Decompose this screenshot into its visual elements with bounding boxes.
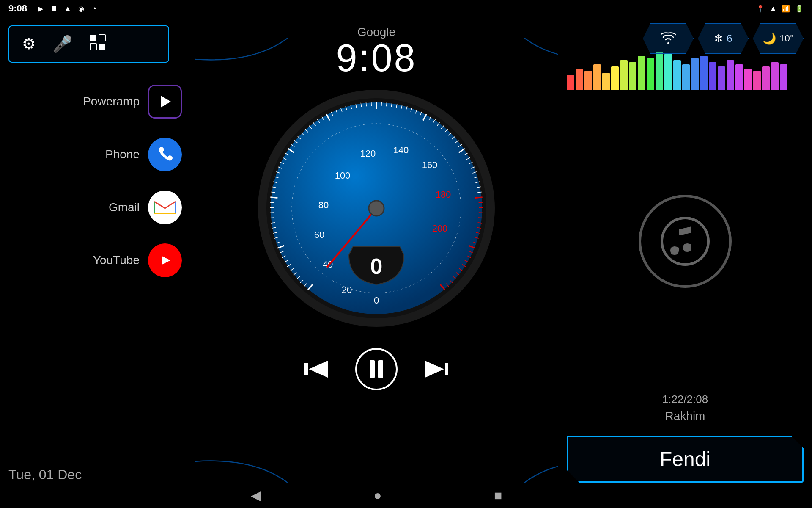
svg-point-132 xyxy=(667,42,669,44)
eq-bar xyxy=(602,73,610,90)
youtube-app-item[interactable]: YouTube xyxy=(8,234,186,287)
settings-icon[interactable]: ⚙ xyxy=(22,35,36,53)
play-icon: ▶ xyxy=(36,3,46,14)
svg-line-106 xyxy=(479,202,483,203)
temperature-value: 10° xyxy=(779,33,793,44)
main-clock: 9:08 xyxy=(336,39,417,77)
svg-line-77 xyxy=(387,102,387,106)
svg-point-133 xyxy=(662,218,708,265)
svg-line-109 xyxy=(478,218,483,218)
weather-badge[interactable]: 🌙 10° xyxy=(753,23,804,54)
svg-line-73 xyxy=(366,102,366,106)
gmail-app-item[interactable]: Gmail xyxy=(8,181,186,234)
eq-bar xyxy=(727,60,734,90)
svg-line-105 xyxy=(475,197,483,198)
previous-button[interactable] xyxy=(304,359,330,380)
eq-bar xyxy=(647,58,654,90)
svg-rect-1 xyxy=(99,35,105,41)
youtube-icon[interactable] xyxy=(148,243,182,277)
home-button[interactable]: ● xyxy=(373,488,381,503)
svg-text:20: 20 xyxy=(342,284,352,295)
eq-bar xyxy=(593,64,601,90)
eq-bar xyxy=(780,64,787,90)
eq-bar xyxy=(682,64,690,90)
eq-bar xyxy=(700,56,708,90)
song-title-box[interactable]: Fendi xyxy=(567,436,804,483)
wind-icon: ❄ xyxy=(714,32,723,45)
wifi-badge[interactable] xyxy=(643,23,694,54)
signal-icon: 📶 xyxy=(782,5,790,13)
status-right-icons: 📍 ▲ 📶 🔋 xyxy=(756,5,804,13)
svg-marker-130 xyxy=(425,361,444,378)
apps-grid-icon[interactable] xyxy=(89,34,106,54)
eq-bar xyxy=(664,54,672,90)
eq-bar xyxy=(576,69,583,90)
eq-bar xyxy=(735,64,743,90)
stop-icon: ⏹ xyxy=(49,3,59,14)
back-button[interactable]: ◀ xyxy=(251,487,261,503)
eq-bar xyxy=(762,66,770,90)
battery-icon: 🔋 xyxy=(795,5,804,13)
svg-rect-131 xyxy=(445,363,448,375)
phone-icon[interactable] xyxy=(148,138,182,171)
svg-line-42 xyxy=(270,213,274,213)
svg-rect-126 xyxy=(304,363,308,375)
speedometer: 20 40 60 80 100 120 140 160 180 200 0 xyxy=(254,86,499,331)
poweramp-icon[interactable] xyxy=(148,85,182,119)
svg-line-41 xyxy=(270,218,274,218)
gmail-icon[interactable] xyxy=(148,190,182,224)
equalizer xyxy=(558,60,812,94)
microphone-icon[interactable]: 🎤 xyxy=(52,35,72,53)
eq-bar xyxy=(567,75,574,90)
top-controls: ⚙ 🎤 xyxy=(8,25,186,63)
svg-text:80: 80 xyxy=(318,200,329,210)
svg-rect-129 xyxy=(378,360,383,378)
right-status-badges: ❄ 6 🌙 10° xyxy=(558,17,812,60)
svg-rect-2 xyxy=(90,44,96,50)
a-icon: ▲ xyxy=(63,3,73,14)
track-info: 1:22/2:08 Rakhim xyxy=(558,389,812,427)
controls-box: ⚙ 🎤 xyxy=(8,25,169,63)
svg-text:160: 160 xyxy=(422,160,438,170)
next-button[interactable] xyxy=(423,359,448,380)
svg-rect-128 xyxy=(370,360,375,378)
poweramp-app-item[interactable]: Poweramp xyxy=(8,75,186,128)
moon-icon: 🌙 xyxy=(763,32,776,45)
eq-bar xyxy=(638,56,645,90)
media-controls xyxy=(304,348,448,390)
p-icon: ◉ xyxy=(76,3,86,14)
svg-rect-0 xyxy=(90,35,96,41)
song-title: Fendi xyxy=(660,448,710,470)
svg-line-74 xyxy=(371,102,372,106)
eq-bar xyxy=(709,62,716,90)
wifi-icon: ▲ xyxy=(770,5,776,12)
phone-app-item[interactable]: Phone xyxy=(8,128,186,181)
svg-line-44 xyxy=(270,202,274,203)
navigation-bar: ◀ ● ■ xyxy=(195,483,558,508)
date-text: Tue, 01 Dec xyxy=(8,467,82,482)
status-bar: 9:08 ▶ ⏹ ▲ ◉ • 📍 ▲ 📶 🔋 xyxy=(0,0,812,17)
center-panel: Google 9:08 xyxy=(195,17,558,491)
svg-marker-4 xyxy=(161,96,171,108)
pause-button[interactable] xyxy=(355,348,398,390)
svg-text:60: 60 xyxy=(314,229,324,240)
svg-line-108 xyxy=(479,213,483,213)
dot-icon: • xyxy=(90,3,100,14)
youtube-label: YouTube xyxy=(93,254,140,267)
google-time-display: Google 9:08 xyxy=(336,17,417,81)
eq-bar xyxy=(691,58,699,90)
eq-bar xyxy=(629,62,636,90)
music-note-icon xyxy=(639,195,732,288)
date-display: Tue, 01 Dec xyxy=(0,454,195,495)
svg-point-24 xyxy=(369,201,384,216)
wind-badge[interactable]: ❄ 6 xyxy=(698,23,749,54)
speed-value: 0 xyxy=(370,254,383,279)
svg-line-45 xyxy=(270,197,277,198)
recents-button[interactable]: ■ xyxy=(494,488,502,503)
wind-value: 6 xyxy=(727,33,732,44)
eq-bar xyxy=(771,62,779,90)
phone-label: Phone xyxy=(105,148,140,161)
poweramp-label: Poweramp xyxy=(83,95,140,108)
svg-marker-127 xyxy=(309,361,328,378)
svg-text:0: 0 xyxy=(374,295,379,306)
